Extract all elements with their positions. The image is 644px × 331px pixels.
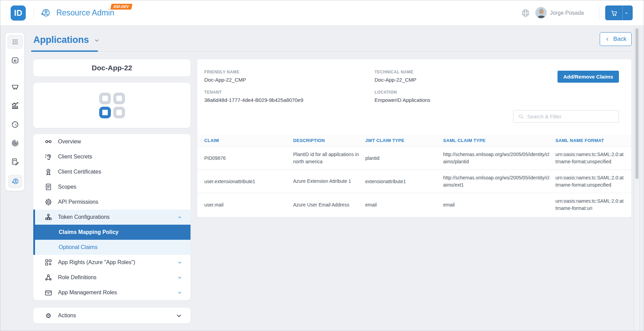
header-divider [599,7,599,20]
column-header-claim[interactable]: CLAIM [204,138,293,143]
cell-saml-name-format: urn:oasis:names:tc:SAML:2.0:attrname-for… [555,174,624,189]
grid-square [113,93,125,104]
app-launcher-icon[interactable] [8,35,23,49]
menu-item-label: App Management Roles [58,289,117,296]
gear-solid-icon: ⚙ [44,312,53,320]
vertical-scrollbar[interactable] [634,26,640,331]
grid-square-accent [99,107,111,118]
pagebar-divider [26,51,635,52]
avatar[interactable] [535,7,547,19]
menu-item-api-permissions[interactable]: API Permissions [33,194,191,210]
tasks-edit-icon[interactable] [11,157,19,166]
app-title: Resource Admin [56,8,114,17]
back-button[interactable]: Back [600,32,632,46]
menu-item-app-management-roles[interactable]: App Management Roles [33,285,191,300]
column-header-saml-name-format[interactable]: SAML NAME FORMAT [555,137,624,144]
chevron-down-icon[interactable] [624,11,629,15]
app-section-menu: Overview Client Secrets Client Certi [33,134,191,300]
cell-saml-claim-type: http://schemas.xmlsoap.org/ws/2005/05/id… [443,174,555,189]
certificate-icon [44,168,53,176]
menu-item-label: Claims Mapping Policy [59,229,118,235]
menu-item-app-rights[interactable]: App Rights (Azure "App Roles") [33,255,191,270]
menu-item-client-secrets[interactable]: Client Secrets [33,149,191,164]
app-rights-icon [44,258,53,267]
document-lines-icon [44,183,53,191]
cell-description: Azure Extension Attribute 1 [293,178,365,185]
search-icon [518,114,524,120]
gauge-icon[interactable] [11,120,19,129]
menu-item-label: App Rights (Azure "App Roles") [58,259,135,265]
analytics-icon[interactable] [11,102,19,110]
globe-icon[interactable] [521,8,530,18]
menu-item-label: API Permissions [58,199,98,205]
chevron-up-icon[interactable] [177,215,182,220]
svg-text:ID: ID [14,59,17,62]
chevron-down-icon[interactable] [176,312,182,319]
menu-item-token-configurations[interactable]: Token Configurations [33,210,191,225]
cell-saml-claim-type: email [443,201,555,209]
menu-item-claims-mapping-policy[interactable]: Claims Mapping Policy [33,225,191,240]
environment-badge: EID-DEV [110,4,132,10]
basket-icon[interactable] [11,82,19,91]
column-header-jwt-claim-type[interactable]: JWT CLAIM TYPE [365,138,443,143]
expanded-section-indicator [33,210,35,255]
role-definitions-icon [44,273,53,282]
chevron-down-icon[interactable] [177,260,182,265]
menu-item-label: Scopes [58,184,76,190]
menu-item-client-certificates[interactable]: Client Certificates [33,164,191,179]
table-row[interactable]: user.extensionattribute1 Azure Extension… [197,170,631,193]
search-input[interactable] [527,114,619,119]
back-button-label: Back [613,36,626,43]
add-remove-claims-button[interactable]: Add/Remove Claims [557,71,619,83]
tenant-value: 38a6d48d-1777-4de4-B029-9b425a8070e9 [204,97,303,103]
page-title: Applications [33,35,89,45]
brand-logo[interactable]: ID [11,5,26,21]
cell-claim: user.mail [204,202,293,208]
active-tab-underline [31,50,98,52]
resource-admin-icon[interactable] [8,175,22,188]
cell-saml-name-format: urn:oasis:names:tc:SAML:2.0:attrname-for… [555,151,624,165]
column-header-saml-claim-type[interactable]: SAML CLAIM TYPE [443,137,555,144]
chevron-down-icon[interactable] [94,37,100,44]
menu-item-scopes[interactable]: Scopes [33,179,191,194]
scrollbar-thumb[interactable] [635,28,639,179]
friendly-name-value: Doc-App-22_CMP [204,77,246,83]
menu-item-overview[interactable]: Overview [33,134,191,149]
chevron-left-icon [605,37,610,42]
menu-item-label: Client Certificates [58,169,101,175]
user-name[interactable]: Jorge Posada [550,10,584,16]
top-header: ID Resource Admin EID-DEV Jor [0,0,644,26]
cart-button[interactable] [605,5,633,20]
app-name-card: Doc-App-22 [33,59,191,76]
cell-jwt-claim-type: plantid [365,155,443,161]
chevron-down-icon[interactable] [177,290,182,295]
cell-claim: user.extensionattribute1 [204,179,293,184]
cell-saml-claim-type: http://schemas.xmlsoap.org/ws/2005/05/id… [443,151,555,165]
menu-item-label: Token Configurations [58,214,110,220]
cell-saml-name-format: urn:oasis:names:tc:SAML:2.0:attrname-for… [555,198,624,212]
search-filter-box [513,110,619,123]
actions-dropdown[interactable]: ⚙ Actions [33,308,191,323]
fingerprint-icon[interactable] [11,139,19,147]
app-name: Doc-App-22 [92,64,132,72]
app-logo-grid-icon [99,93,125,118]
technical-name-value: Doc-App-22_CMP [375,77,416,83]
chevron-down-icon[interactable] [177,275,182,280]
page-title-group[interactable]: Applications [33,32,100,48]
id-badge-icon[interactable]: ID [11,56,19,64]
resource-admin-window: ID Resource Admin EID-DEV Jor [0,0,644,331]
table-row[interactable]: user.mail Azure User Email Address email… [197,193,631,216]
table-row[interactable]: PID09876 PlantID id for all appilcations… [197,146,631,170]
menu-item-label: Overview [58,139,81,145]
nav-rail: ID [5,33,24,191]
location-value: EmpowerID Applications [375,97,430,103]
cart-icon [610,9,618,17]
menu-item-optional-claims[interactable]: Optional Claims [33,240,191,255]
gear-icon [44,198,53,206]
menu-item-role-definitions[interactable]: Role Definitions [33,270,191,285]
token-network-icon [44,213,53,221]
column-header-description[interactable]: DESCRIPTION [293,137,365,144]
cell-description: PlantID id for all appilcations in north… [293,151,365,165]
grid-square [99,93,111,104]
brand-logo-text: ID [14,9,22,18]
